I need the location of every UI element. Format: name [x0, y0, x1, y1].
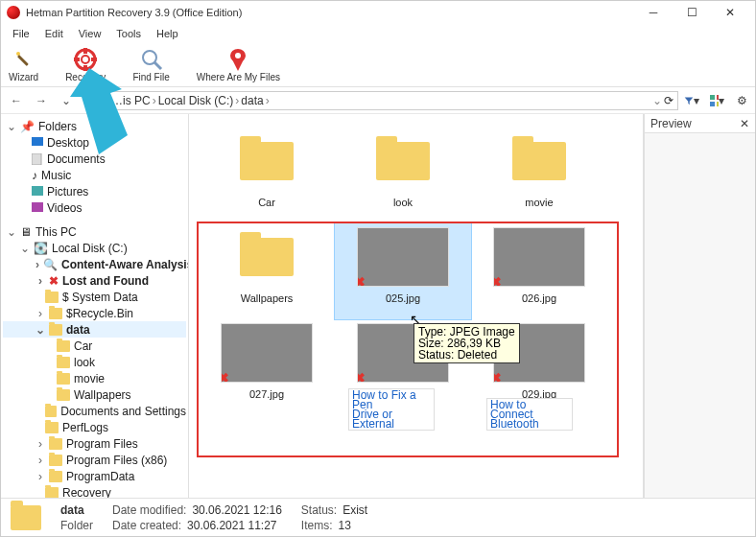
- tree-docs[interactable]: Documents and Settings: [3, 403, 186, 419]
- folder-icon: [49, 308, 62, 319]
- quick-music[interactable]: ♪Music: [3, 167, 186, 183]
- maximize-button[interactable]: ☐: [673, 1, 711, 24]
- image-thumb: ✖: [357, 227, 449, 287]
- folder-icon: [11, 505, 41, 530]
- breadcrumb-pc[interactable]: …is PC: [111, 94, 151, 107]
- videos-icon: [32, 202, 43, 214]
- wizard-button[interactable]: Wizard: [9, 48, 38, 82]
- svg-rect-15: [717, 102, 719, 106]
- folder-icon: [45, 487, 59, 499]
- wizard-label: Wizard: [9, 72, 38, 82]
- tree-contentaware[interactable]: ›🔍Content-Aware Analysis: [3, 256, 186, 272]
- menu-edit[interactable]: Edit: [37, 26, 71, 41]
- status-created-value: 30.06.2021 11:27: [187, 519, 276, 532]
- tree-look[interactable]: look: [3, 354, 186, 370]
- status-type: Folder: [60, 519, 93, 532]
- close-button[interactable]: ✕: [711, 1, 749, 24]
- tree-lostfound[interactable]: ›✖Lost and Found: [3, 272, 186, 289]
- minimize-button[interactable]: ─: [634, 1, 673, 24]
- quick-documents[interactable]: Documents: [3, 151, 186, 167]
- breadcrumb-folder[interactable]: data: [241, 94, 263, 107]
- quick-videos[interactable]: Videos: [3, 199, 186, 216]
- status-bar: data Folder Date modified:30.06.2021 12:…: [1, 498, 755, 536]
- tree-car[interactable]: Car: [3, 338, 186, 354]
- quick-pictures[interactable]: Pictures: [3, 183, 186, 199]
- tree-wallpapers[interactable]: Wallpapers: [3, 386, 186, 403]
- tree-thispc[interactable]: ⌄🖥This PC: [3, 223, 186, 240]
- filter-icon[interactable]: ▾: [684, 93, 699, 108]
- svg-point-11: [235, 53, 241, 58]
- related-snippet[interactable]: How to Fix a PenDrive or External: [348, 388, 435, 431]
- forward-button[interactable]: →: [32, 91, 51, 110]
- status-name: data: [60, 503, 93, 517]
- tree-recyclebin[interactable]: ›$Recycle.Bin: [3, 305, 186, 321]
- item-026[interactable]: ✖026.jpg: [471, 223, 607, 319]
- status-modified-label: Date modified:: [112, 503, 186, 517]
- close-preview-button[interactable]: ✕: [740, 117, 749, 130]
- x-icon: ✖: [49, 274, 59, 288]
- view-icon[interactable]: ▾: [709, 93, 724, 108]
- quick-desktop[interactable]: Desktop: [3, 134, 186, 151]
- tree-localdisk[interactable]: ⌄💽Local Disk (C:): [3, 240, 186, 256]
- folder-icon: [49, 324, 62, 336]
- findfile-button[interactable]: Find File: [132, 48, 169, 82]
- back-button[interactable]: ←: [7, 91, 26, 110]
- recovery-button[interactable]: Recovery: [65, 48, 106, 82]
- item-movie[interactable]: movie: [471, 128, 607, 223]
- item-look[interactable]: look: [335, 128, 471, 223]
- tree-pf86[interactable]: ›Program Files (x86): [3, 452, 186, 468]
- deleted-x-icon: ✖: [357, 370, 366, 383]
- chevron-down-icon[interactable]: ⌄: [652, 94, 662, 107]
- menu-tools[interactable]: Tools: [108, 26, 149, 41]
- tree-recovery[interactable]: Recovery: [3, 484, 186, 498]
- image-thumb: ✖: [221, 323, 313, 383]
- folder-icon: [49, 471, 62, 482]
- chevron-right-icon: ›: [266, 94, 270, 107]
- svg-rect-12: [710, 95, 715, 100]
- refresh-button[interactable]: ⟳: [664, 94, 673, 107]
- related-snippet[interactable]: How to ConnectBluetooth: [486, 398, 573, 431]
- item-car[interactable]: Car: [199, 128, 335, 223]
- location-pin-icon: [226, 48, 249, 71]
- item-025[interactable]: ✖025.jpg: [335, 223, 471, 319]
- up-button[interactable]: ↑: [82, 91, 101, 110]
- breadcrumb[interactable]: …is PC› Local Disk (C:)› data› ⌄ ⟳: [106, 91, 678, 110]
- status-items-value: 13: [338, 519, 350, 532]
- history-dropdown[interactable]: ⌄: [57, 91, 76, 110]
- svg-rect-13: [717, 95, 719, 100]
- svg-line-9: [154, 62, 161, 69]
- status-status-value: Exist: [343, 503, 367, 517]
- chevron-right-icon: ›: [153, 94, 156, 107]
- item-wallpapers[interactable]: Wallpapers: [199, 223, 335, 319]
- image-thumb: ✖: [493, 227, 585, 287]
- music-icon: ♪: [32, 169, 37, 182]
- tree-systemdata[interactable]: $ System Data: [3, 289, 186, 305]
- tree-movie[interactable]: movie: [3, 370, 186, 386]
- lifebuoy-icon: [74, 48, 97, 71]
- folders-header[interactable]: ⌄📌Folders: [3, 118, 186, 134]
- tree-data[interactable]: ⌄data: [3, 321, 186, 338]
- pc-icon: 🖥: [20, 225, 32, 239]
- deleted-x-icon: ✖: [221, 370, 229, 383]
- item-027[interactable]: ✖027.jpg: [199, 319, 335, 415]
- deleted-x-icon: ✖: [493, 370, 502, 383]
- app-icon: [7, 6, 20, 19]
- svg-rect-17: [32, 153, 41, 165]
- menu-help[interactable]: Help: [149, 26, 186, 41]
- tree-perflogs[interactable]: PerfLogs: [3, 419, 186, 435]
- tree-programdata[interactable]: ›ProgramData: [3, 468, 186, 484]
- status-created-label: Date created:: [112, 519, 181, 532]
- folder-tree-pane: ⌄📌Folders Desktop Documents ♪Music Pictu…: [1, 114, 189, 498]
- folder-icon: [45, 406, 57, 417]
- deleted-x-icon: ✖: [493, 274, 502, 287]
- svg-point-3: [82, 56, 89, 63]
- status-modified-value: 30.06.2021 12:16: [192, 503, 281, 517]
- options-icon[interactable]: ⚙: [734, 93, 749, 108]
- wand-icon: [12, 48, 35, 71]
- breadcrumb-disk[interactable]: Local Disk (C:): [158, 94, 234, 107]
- wherefiles-button[interactable]: Where Are My Files: [197, 48, 280, 82]
- tree-pf[interactable]: ›Program Files: [3, 435, 186, 452]
- menu-view[interactable]: View: [71, 26, 109, 41]
- toolbar: Wizard Recovery Find File Where Are My F…: [1, 43, 755, 87]
- menu-file[interactable]: File: [5, 26, 37, 41]
